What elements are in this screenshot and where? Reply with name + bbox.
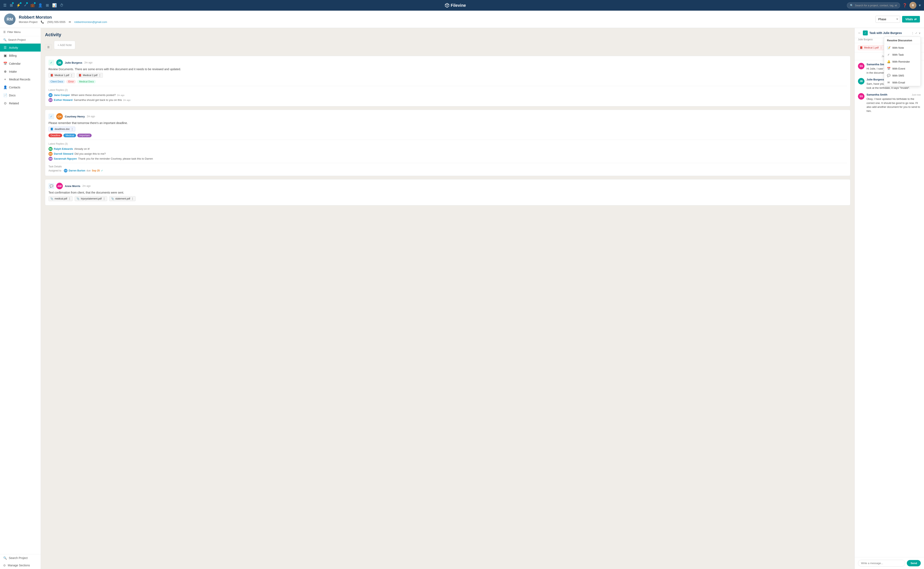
filter-menu-button[interactable]: ☰ Filter Menu <box>0 28 41 36</box>
contact-name: Robbert Morston <box>19 15 107 20</box>
tag[interactable]: Medical <box>64 134 76 137</box>
sidebar-item-docs[interactable]: 📄 Docs <box>0 91 41 99</box>
checkmark-icon[interactable]: ✓ <box>24 3 27 8</box>
contact-email[interactable]: robbertmorston@gmail.com <box>74 20 107 24</box>
reply-item: SN Savannah Nguyen Thank you for the rem… <box>49 157 847 161</box>
replies-label-2: Latest Replies (3) <box>49 142 847 145</box>
search-icon-sidebar: 🔍 <box>3 38 6 41</box>
file-menu-icon[interactable]: ⋮ <box>131 197 134 200</box>
message-avatar: SS <box>858 93 865 100</box>
clock-icon[interactable]: ⏱ <box>60 3 64 8</box>
help-icon[interactable]: ❓ <box>903 3 907 8</box>
global-search-input[interactable] <box>855 4 897 7</box>
briefcase-icon[interactable]: 💼 <box>30 3 35 8</box>
send-button[interactable]: Send <box>907 560 921 566</box>
sidebar-item-medical-records[interactable]: + Medical Records <box>0 76 41 83</box>
filter-button[interactable]: ☰ <box>45 44 52 50</box>
resolve-with-task[interactable]: ✓ With Task <box>884 51 921 58</box>
vitals-label: Vitals <box>906 18 913 21</box>
panel-input-area: Send <box>855 557 924 569</box>
completed-icon: ✓ <box>101 169 103 172</box>
tag[interactable]: Important <box>77 134 92 137</box>
file-badge[interactable]: 📕 Medical 2.pdf ⋮ <box>77 73 103 78</box>
file-badge[interactable]: 📎 statement.pdf ⋮ <box>109 196 136 201</box>
panel-header-actions: ⋮ ✓ ∨ <box>911 32 921 35</box>
grid-icon[interactable]: ⊞ <box>46 3 49 8</box>
resolve-with-note[interactable]: 📝 With Note <box>884 44 921 51</box>
contact-phone: (555) 555-5555 <box>47 20 65 24</box>
sidebar-medical-records-label: Medical Records <box>9 78 30 81</box>
add-note-bar[interactable]: + Add Note <box>54 41 75 49</box>
panel-check-icon[interactable]: ✓ <box>915 32 918 35</box>
sidebar-item-contacts[interactable]: 👤 Contacts <box>0 83 41 91</box>
panel-menu-icon[interactable]: ⋮ <box>911 32 914 35</box>
tag[interactable]: Error <box>66 80 76 84</box>
chart-icon[interactable]: 📊 <box>52 3 57 8</box>
reply-user: Ralph Edwards <box>54 147 73 151</box>
global-search[interactable]: 🔍 <box>847 3 900 8</box>
vitals-button[interactable]: Vitals ⇄ <box>902 16 920 23</box>
search-icon: 🔍 <box>850 4 853 7</box>
tag[interactable]: Deadline <box>49 134 62 137</box>
file-badge[interactable]: 📎 medical.pdf ⋮ <box>49 196 73 201</box>
task-assigned: Task Details <box>49 165 847 168</box>
file-menu-icon[interactable]: ⋮ <box>68 197 71 200</box>
sidebar-item-calendar[interactable]: 📅 Calendar <box>0 59 41 67</box>
panel-back-button[interactable]: ← <box>858 31 861 35</box>
docs-icon: 📄 <box>3 93 7 97</box>
user-dropdown-icon[interactable]: ▾ <box>919 3 921 8</box>
file-menu-icon[interactable]: ⋮ <box>70 74 73 77</box>
add-note-label: + Add Note <box>58 43 72 47</box>
tag[interactable]: Client Docs <box>49 80 65 84</box>
intake-icon: ⊕ <box>3 70 7 73</box>
activity-header-2: ✓ CH Courtney Henry 2m ago <box>49 113 847 120</box>
sidebar-related-label: Related <box>9 102 19 105</box>
replies-section-1: Latest Replies (2) JC Jane Cooper When w… <box>49 86 847 102</box>
file-menu-icon[interactable]: ⋮ <box>103 197 105 200</box>
sidebar-search[interactable]: 🔍 Search Project <box>0 36 41 44</box>
sidebar-bottom-search-project[interactable]: 🔍 Search Project <box>0 554 41 561</box>
message-input[interactable] <box>858 560 905 566</box>
dashboard-icon[interactable]: ⊞ <box>10 3 13 8</box>
file-menu-icon[interactable]: ⋮ <box>71 128 73 131</box>
panel-collapse-icon[interactable]: ∨ <box>919 32 921 35</box>
lightning-icon[interactable]: ⚡ <box>16 3 21 8</box>
file-badge[interactable]: 📎 Injurystatement.pdf ⋮ <box>74 196 107 201</box>
app-layout: ☰ Filter Menu 🔍 Search Project ☰ Activit… <box>0 28 924 569</box>
message-time: Just now <box>912 93 921 96</box>
user-avatar[interactable]: R <box>909 2 916 9</box>
panel-task-icon: ✓ <box>863 30 868 35</box>
avatar-initials: JB <box>858 78 865 85</box>
resolve-with-email[interactable]: ✉ With Email <box>884 79 921 86</box>
tag[interactable]: Medical Docs <box>77 80 96 84</box>
panel-file-name: Medical 1.pdf <box>864 46 878 49</box>
sidebar-item-related[interactable]: ⊙ Related <box>0 99 41 107</box>
file-menu-icon[interactable]: ⋮ <box>880 46 882 49</box>
resolve-with-sms[interactable]: 💬 With SMS <box>884 72 921 79</box>
menu-icon[interactable]: ☰ <box>3 3 6 8</box>
vitals-icon: ⇄ <box>914 18 916 21</box>
sidebar-item-billing[interactable]: ▣ Billing <box>0 52 41 59</box>
file-badge[interactable]: 📕 Medical 1.pdf ⋮ <box>49 73 74 78</box>
file-badge[interactable]: 📘 deadlines.doc ⋮ <box>49 127 75 132</box>
resolve-dropdown: Resolve Discussion 📝 With Note ✓ With Ta… <box>884 37 921 86</box>
manage-sections-label: Manage Sections <box>8 564 30 567</box>
panel-file-pill[interactable]: 📕 Medical 1.pdf ⋮ <box>858 45 884 50</box>
file-menu-icon[interactable]: ⋮ <box>99 74 101 77</box>
sidebar-item-activity[interactable]: ☰ Activity <box>0 44 41 52</box>
phase-select[interactable]: Phase <box>875 16 900 23</box>
activity-time-2: 2m ago <box>87 115 95 118</box>
resolve-with-event[interactable]: 📅 With Event <box>884 65 921 72</box>
resolve-with-reminder[interactable]: 🔔 With Reminder <box>884 58 921 65</box>
reply-user: Jane Cooper <box>54 93 70 97</box>
sidebar-item-intake[interactable]: ⊕ Intake <box>0 67 41 76</box>
activity-type-icon-3: 💬 <box>49 183 54 189</box>
sidebar-bottom-manage-sections[interactable]: ⊙ Manage Sections <box>0 561 41 569</box>
activity-avatar-1: JB <box>56 59 63 66</box>
assignee-name[interactable]: Darren Burton <box>69 169 85 172</box>
person-icon[interactable]: 👤 <box>38 3 42 8</box>
sidebar-billing-label: Billing <box>9 54 17 57</box>
reply-item: RE Ralph Edwards Already on it! <box>49 147 847 151</box>
reply-avatar: SN <box>49 157 53 161</box>
filter-menu-label: Filter Menu <box>8 30 21 33</box>
